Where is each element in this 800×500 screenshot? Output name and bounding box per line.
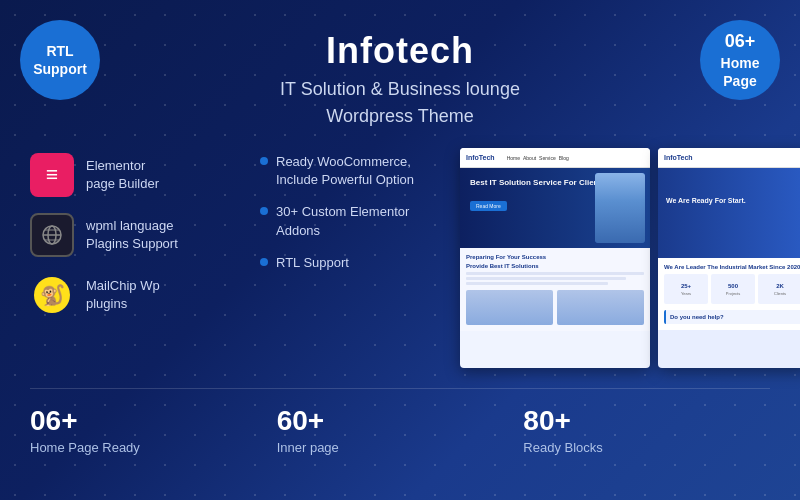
bullet-dot-3 (260, 258, 268, 266)
stat-blocks-label: Ready Blocks (523, 440, 602, 455)
ss-navbar: InfoTech Home About Service Blog (460, 148, 650, 168)
bullet-rtl: RTL Support (260, 254, 450, 272)
features-left: ≡ Elementor page Builder (30, 148, 250, 368)
feature-mailchimp-text: MailChip Wp plugins (86, 277, 160, 313)
ss2-card-3: 2K Clients (758, 274, 800, 304)
ss-hero-img (595, 173, 645, 243)
ss-text-lines (466, 272, 644, 285)
stats-bar: 06+ Home Page Ready 60+ Inner page 80+ R… (30, 388, 770, 455)
feature-elementor-text: Elementor page Builder (86, 157, 159, 193)
rtl-badge-line2: Support (33, 60, 87, 78)
rtl-badge: RTL Support (20, 20, 100, 100)
ss-content: Preparing For Your Success Provide Best … (460, 248, 650, 331)
ss-person (595, 173, 645, 243)
ss-nav-links: Home About Service Blog (507, 155, 569, 161)
ss2-stat-cards: 25+ Years 500 Projects 2K Clients (664, 274, 800, 304)
stat-blocks: 80+ Ready Blocks (523, 405, 770, 455)
ss-logo: InfoTech (466, 154, 495, 161)
ss-img-1 (466, 290, 553, 325)
mailchimp-icon: 🐒 (30, 273, 74, 317)
bullet-dot-2 (260, 207, 268, 215)
bullet-text-2: 30+ Custom Elementor Addons (276, 203, 450, 239)
ss2-logo: InfoTech (664, 154, 693, 161)
screenshot-secondary: InfoTech We Are Ready For Start. We Are … (658, 148, 800, 368)
ss2-section-title: We Are Leader The Industrial Market Sinc… (664, 264, 800, 270)
bullet-woocommerce: Ready WooCommerce, Include Powerful Opti… (260, 153, 450, 189)
ss2-card-2: 500 Projects (711, 274, 755, 304)
stat-blocks-number: 80+ (523, 405, 571, 437)
feature-mailchimp: 🐒 MailChip Wp plugins (30, 273, 250, 317)
ss-section-title: Preparing For Your Success (466, 254, 644, 260)
elementor-icon: ≡ (30, 153, 74, 197)
feature-wpml-text: wpml language Plagins Support (86, 217, 178, 253)
main-content: ≡ Elementor page Builder (30, 148, 770, 368)
bullet-text-3: RTL Support (276, 254, 349, 272)
ss-img-row (466, 290, 644, 325)
stat-innerpage-number: 60+ (277, 405, 325, 437)
home-badge-line2: Page (721, 72, 760, 90)
ss2-stat3-num: 2K (776, 283, 784, 289)
page-title: Infotech (30, 30, 770, 72)
stat-innerpage: 60+ Inner page (277, 405, 524, 455)
ss2-stat2-num: 500 (728, 283, 738, 289)
home-badge-line1: Home (721, 54, 760, 72)
bullet-elementor-addons: 30+ Custom Elementor Addons (260, 203, 450, 239)
rtl-badge-line1: RTL (33, 42, 87, 60)
main-container: RTL Support 06+ Home Page Infotech IT So… (0, 0, 800, 500)
stat-innerpage-label: Inner page (277, 440, 339, 455)
ss2-cta: Do you need help? (664, 310, 800, 324)
ss2-stat3-label: Clients (774, 291, 786, 296)
features-middle: Ready WooCommerce, Include Powerful Opti… (250, 148, 450, 368)
ss2-content: We Are Leader The Industrial Market Sinc… (658, 258, 800, 330)
screenshot-main: InfoTech Home About Service Blog Best IT… (460, 148, 650, 368)
ss-section-subtitle: Provide Best IT Solutions (466, 263, 644, 269)
header: Infotech IT Solution & Business lounge W… (30, 20, 770, 130)
ss-hero-btn: Read More (470, 201, 507, 211)
feature-wpml: wpml language Plagins Support (30, 213, 250, 257)
feature-elementor: ≡ Elementor page Builder (30, 153, 250, 197)
ss2-cta-text: Do you need help? (670, 314, 798, 320)
ss2-navbar: InfoTech (658, 148, 800, 168)
ss2-stat2-label: Projects (726, 291, 740, 296)
ss2-card-1: 25+ Years (664, 274, 708, 304)
wpml-icon (30, 213, 74, 257)
stat-homepage-number: 06+ (30, 405, 78, 437)
ss2-stat1-label: Years (681, 291, 691, 296)
ss2-hero-text: We Are Ready For Start. (666, 196, 800, 206)
ss-hero: Best IT Solution Service For Clients Rea… (460, 168, 650, 248)
bullet-text-1: Ready WooCommerce, Include Powerful Opti… (276, 153, 450, 189)
stat-homepage-label: Home Page Ready (30, 440, 140, 455)
page-subtitle: IT Solution & Business lounge Wordpress … (30, 76, 770, 130)
home-badge-number: 06+ (721, 30, 760, 53)
ss2-hero: We Are Ready For Start. (658, 168, 800, 258)
stat-homepage: 06+ Home Page Ready (30, 405, 277, 455)
bullet-dot-1 (260, 157, 268, 165)
home-page-badge: 06+ Home Page (700, 20, 780, 100)
screenshots-area: InfoTech Home About Service Blog Best IT… (450, 148, 800, 368)
ss-img-2 (557, 290, 644, 325)
ss2-stat1-num: 25+ (681, 283, 691, 289)
